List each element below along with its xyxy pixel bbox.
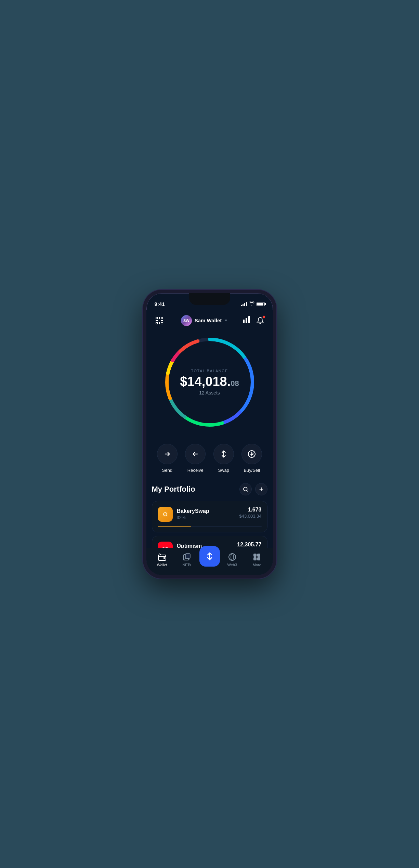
svg-rect-45: [257, 557, 260, 560]
bakeryswap-icon: [158, 507, 173, 522]
bottom-nav: Wallet NFTs: [146, 548, 273, 575]
nfts-nav-icon: [182, 553, 191, 561]
battery-icon: [257, 302, 265, 306]
portfolio-title: My Portfolio: [152, 485, 195, 494]
svg-rect-2: [156, 322, 158, 324]
app-content[interactable]: SW Sam Wallet ▾: [146, 310, 273, 548]
asset-name-optimism: Optimism: [177, 543, 202, 548]
svg-rect-0: [156, 317, 158, 319]
svg-rect-11: [248, 316, 250, 323]
scan-icon[interactable]: [153, 314, 166, 327]
asset-card-bakeryswap[interactable]: BakerySwap 32% 1.673 $43,003.34: [152, 501, 267, 532]
chart-icon[interactable]: [243, 316, 250, 325]
asset-usd-bakeryswap: $43,003.34: [239, 514, 261, 519]
status-icons: [241, 301, 265, 307]
notch: [189, 293, 230, 305]
nav-item-web3[interactable]: Web3: [220, 553, 245, 567]
notification-dot: [262, 315, 265, 319]
status-time: 9:41: [155, 301, 165, 307]
asset-bar-bakeryswap: [158, 526, 262, 527]
balance-center: TOTAL BALANCE $14,018.08 12 Assets: [180, 369, 239, 396]
wallet-selector[interactable]: SW Sam Wallet ▾: [181, 315, 227, 326]
action-buttons: Send Receive: [146, 437, 273, 483]
phone-frame: 9:41: [143, 290, 276, 579]
header: SW Sam Wallet ▾: [146, 310, 273, 331]
asset-amount-optimism: 12,305.77: [237, 542, 261, 548]
center-swap-button[interactable]: [199, 546, 220, 567]
more-nav-label: More: [253, 563, 261, 567]
asset-name-bakeryswap: BakerySwap: [177, 508, 209, 514]
assets-count: 12 Assets: [180, 390, 239, 396]
receive-label: Receive: [187, 468, 204, 473]
optimism-icon: OP: [158, 542, 173, 548]
portfolio-header: My Portfolio: [152, 483, 267, 495]
avatar: SW: [181, 315, 192, 326]
signal-bars-icon: [241, 302, 247, 306]
asset-amount-bakeryswap: 1.673: [239, 507, 261, 513]
buy-sell-label: Buy/Sell: [244, 468, 260, 473]
web3-nav-label: Web3: [227, 563, 237, 567]
svg-rect-1: [161, 317, 163, 319]
search-button[interactable]: [239, 483, 252, 495]
nav-item-nfts[interactable]: NFTs: [174, 553, 199, 567]
svg-rect-37: [185, 554, 190, 558]
svg-rect-10: [246, 318, 247, 323]
wallet-name: Sam Wallet: [195, 318, 222, 323]
receive-button[interactable]: Receive: [185, 444, 206, 473]
balance-amount: $14,018.08: [180, 375, 239, 388]
svg-rect-44: [253, 557, 257, 560]
nav-item-more[interactable]: More: [245, 553, 270, 567]
svg-rect-34: [163, 557, 165, 559]
chevron-down-icon: ▾: [225, 318, 227, 323]
buy-sell-button[interactable]: Buy/Sell: [241, 444, 262, 473]
balance-section: TOTAL BALANCE $14,018.08 12 Assets: [146, 331, 273, 437]
more-nav-icon: [252, 553, 261, 561]
svg-rect-42: [253, 554, 257, 557]
add-asset-button[interactable]: [255, 483, 267, 495]
svg-rect-43: [257, 554, 260, 557]
swap-button[interactable]: Swap: [213, 444, 234, 473]
wallet-nav-label: Wallet: [157, 563, 167, 567]
nfts-nav-label: NFTs: [182, 563, 191, 567]
portfolio-section: My Portfolio: [146, 483, 273, 548]
web3-nav-icon: [228, 553, 237, 561]
wifi-icon: [249, 301, 254, 307]
notification-icon[interactable]: [254, 315, 266, 326]
swap-label: Swap: [218, 468, 229, 473]
nav-item-wallet[interactable]: Wallet: [150, 553, 175, 567]
asset-percent-bakeryswap: 32%: [177, 515, 209, 520]
donut-chart: TOTAL BALANCE $14,018.08 12 Assets: [162, 334, 258, 430]
svg-line-27: [247, 490, 248, 491]
send-button[interactable]: Send: [157, 444, 178, 473]
balance-label: TOTAL BALANCE: [180, 369, 239, 373]
send-label: Send: [162, 468, 172, 473]
wallet-nav-icon: [158, 553, 167, 561]
svg-rect-9: [243, 320, 245, 323]
svg-point-32: [164, 513, 167, 516]
